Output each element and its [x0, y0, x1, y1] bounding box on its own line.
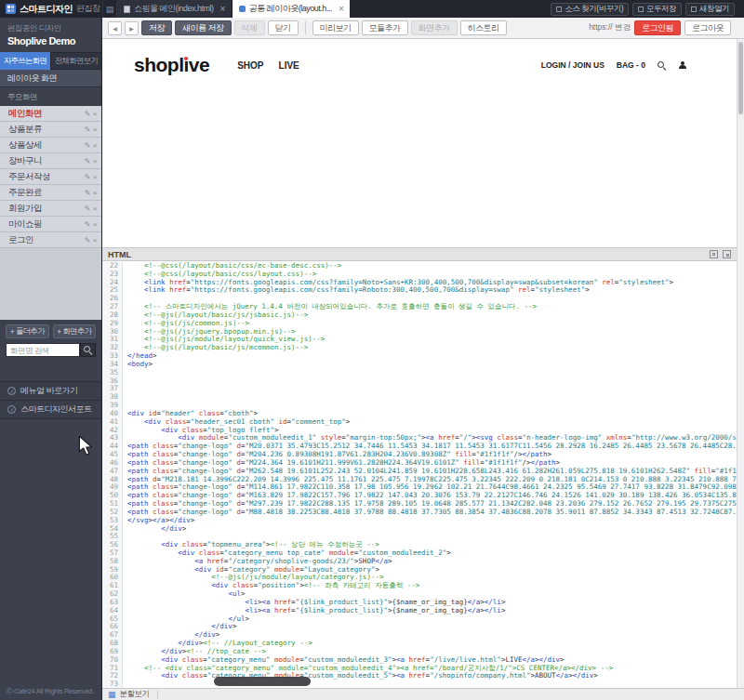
code-line-text[interactable]: <path class="change-logo" d="M262.548 19…	[123, 468, 737, 476]
code-line-text[interactable]: <!--@js(/js/jquery.bpopup.min.js)-->	[123, 328, 737, 337]
edit-pencil-icon[interactable]: ✎	[85, 189, 90, 197]
search-button[interactable]	[80, 343, 96, 357]
code-line-text[interactable]: <li><a href="{$link_product_list}">{$nam…	[123, 607, 737, 615]
code-line-text[interactable]: <div class="header_sec01 cboth" id="comm…	[123, 418, 737, 427]
search-icon[interactable]	[658, 61, 666, 70]
tab-list-icon[interactable]: ▤	[102, 0, 117, 18]
code-line[interactable]: 43 <div module="custom_moduleedit_1" sty…	[102, 434, 737, 442]
login-status-button[interactable]: 로그인됨	[634, 20, 681, 35]
code-line-text[interactable]: <!--@js(/js/module/layout/category.js)--…	[123, 574, 737, 582]
screen-list-item[interactable]: 주문완료 ✎ ×	[0, 185, 101, 201]
code-line[interactable]: 49<path class="change-logo" d="M114.861 …	[102, 483, 737, 492]
code-line-text[interactable]: </svg></a></div>	[123, 517, 737, 525]
remove-icon[interactable]: ×	[93, 205, 97, 213]
code-line[interactable]: 68 </div><!-- //Layout_category -->	[102, 640, 737, 648]
screen-list-item[interactable]: 회원가입 ✎ ×	[0, 201, 101, 217]
preview-button[interactable]: 미리보기	[312, 20, 359, 35]
edit-pencil-icon[interactable]: ✎	[85, 236, 90, 244]
split-icon[interactable]	[723, 250, 731, 258]
screen-list-item[interactable]: 메인화면 ✎ ×	[0, 106, 101, 122]
code-line-text[interactable]: <li><a href="{$link_product_list}">{$nam…	[123, 599, 737, 607]
support-link[interactable]: i 스마트디자인서포트	[0, 401, 101, 419]
vertical-scrollbar[interactable]	[737, 39, 744, 688]
save-all-button[interactable]: 모두저장	[632, 3, 682, 16]
code-line[interactable]: 33</head>	[102, 352, 737, 361]
code-line-text[interactable]: </div><!-- //top_cate -->	[123, 648, 737, 656]
code-line-text[interactable]: <div class="top_logo fleft">	[123, 427, 737, 435]
code-line[interactable]: 53</svg></a></div>	[102, 517, 737, 525]
vertical-scrollbar-thumb[interactable]	[738, 42, 743, 114]
code-line-text[interactable]: <div class="position"><!-- 좌측 카테고리 자동출력 …	[123, 582, 737, 590]
code-line[interactable]: 30 <!--@js(/js/jquery.bpopup.min.js)-->	[102, 328, 737, 337]
code-line-text[interactable]: <div class="category_menu" module="custo…	[123, 656, 737, 665]
code-line[interactable]: 67 </div>	[102, 631, 737, 640]
code-line-text[interactable]: </div><!-- //Layout_category -->	[123, 640, 737, 648]
https-change-link[interactable]: https:// 변경	[589, 22, 631, 33]
code-line[interactable]: 59 <div id="category" module="Layout_cat…	[102, 566, 737, 575]
code-line-text[interactable]: <path d="M218.181 14.3996C222.209 14.399…	[123, 476, 737, 484]
code-line-text[interactable]	[123, 295, 737, 303]
code-line-text[interactable]: <path class="change-logo" d="M20.0371 35…	[123, 442, 737, 451]
code-line-text[interactable]: <path class="change-logo" d="M163.829 17…	[123, 492, 737, 500]
code-line-text[interactable]: <!--@js(/layout/basic/js/jsbasic.js)-->	[123, 311, 737, 320]
code-line[interactable]: 51<path class="change-logo" d="M297.239 …	[102, 500, 737, 508]
screen-search-input[interactable]	[6, 343, 80, 357]
menu-item-shop[interactable]: SHOP	[237, 60, 263, 71]
edit-pencil-icon[interactable]: ✎	[85, 205, 90, 213]
code-line-text[interactable]	[123, 402, 737, 410]
code-line[interactable]: 37	[102, 385, 737, 393]
code-line[interactable]: 47<path class="change-logo" d="M262.548 …	[102, 468, 737, 476]
code-line-text[interactable]: <path class="change-logo" d="M114.861 17…	[123, 483, 737, 492]
add-screen-sidebar-button[interactable]: + 화면추가	[53, 324, 97, 338]
code-line-text[interactable]: <!--@js(/js/module/layout/quick_view.js)…	[123, 336, 737, 344]
code-line[interactable]: 55	[102, 533, 737, 541]
code-line[interactable]: 70 <div class="category_menu" module="cu…	[102, 656, 737, 665]
code-line-text[interactable]: </ul>	[123, 615, 737, 624]
code-line[interactable]: 44<path class="change-logo" d="M20.0371 …	[102, 442, 737, 451]
find-replace-button[interactable]: 소스 찾기(바꾸기)	[551, 3, 629, 16]
edit-pencil-icon[interactable]: ✎	[85, 157, 90, 165]
code-line[interactable]: 23 <!--@css(/layout/basic/css/layout.css…	[102, 271, 737, 279]
horizontal-scrollbar-thumb[interactable]	[214, 677, 311, 686]
code-line-text[interactable]: </div>	[123, 623, 737, 631]
code-line[interactable]: 54 </div>	[102, 525, 737, 534]
code-line-text[interactable]	[123, 533, 737, 541]
remove-icon[interactable]: ×	[93, 173, 97, 181]
code-line-text[interactable]: <path class="change-logo" d="M297.239 17…	[123, 500, 737, 508]
code-line[interactable]: 38	[102, 393, 737, 402]
code-line-text[interactable]: <!--@css(/layout/basic/css/ec-base-desc.…	[123, 262, 737, 271]
code-line-text[interactable]: </head>	[123, 352, 737, 361]
split-view-label[interactable]: 분할보기	[120, 689, 150, 700]
code-line[interactable]: 50<path class="change-logo" d="M163.829 …	[102, 492, 737, 500]
back-arrow-icon[interactable]: ◀	[108, 21, 122, 35]
code-line[interactable]: 45<path class="change-logo" d="M204.236 …	[102, 451, 737, 459]
screen-list-item[interactable]: 상품분류 ✎ ×	[0, 122, 101, 138]
code-line[interactable]: 27 <!-- 스마트디자인에서는 jQuery 1.4.4 버전이 내장되어있…	[102, 303, 737, 311]
code-line[interactable]: 41 <div class="header_sec01 cboth" id="c…	[102, 418, 737, 427]
code-line[interactable]: 34<body>	[102, 361, 737, 369]
remove-icon[interactable]: ×	[93, 110, 97, 118]
code-line-text[interactable]: <div class="topmenu_area"><!-- 상단 메뉴 수정하…	[123, 541, 737, 549]
code-line-text[interactable]: <link href="https://fonts.googleapis.com…	[123, 279, 737, 287]
code-line[interactable]: 56 <div class="topmenu_area"><!-- 상단 메뉴 …	[102, 541, 737, 549]
code-line-text[interactable]	[123, 393, 737, 402]
code-line[interactable]: 66 </div>	[102, 623, 737, 631]
code-line[interactable]: 24 <link href="https://fonts.googleapis.…	[102, 279, 737, 287]
screen-list-item[interactable]: 주문서작성 ✎ ×	[0, 169, 101, 185]
code-line[interactable]: 63 <li><a href="{$link_product_list}">{$…	[102, 599, 737, 607]
code-line[interactable]: 71 <!-- <div class="category_menu" modul…	[102, 665, 737, 673]
code-line[interactable]: 36	[102, 377, 737, 386]
add-module-button[interactable]: 모듈추가	[362, 20, 408, 35]
code-line[interactable]: 25 <link href="https://fonts.googleapis.…	[102, 286, 737, 295]
code-line-text[interactable]: <div module="custom_moduleedit_1" style=…	[123, 434, 737, 442]
shop-logo[interactable]: shoplive	[134, 54, 213, 76]
remove-icon[interactable]: ×	[93, 220, 97, 229]
code-line[interactable]: 61 <div class="position"><!-- 좌측 카테고리 자동…	[102, 582, 737, 590]
code-line[interactable]: 22 <!--@css(/layout/basic/css/ec-base-de…	[102, 262, 737, 271]
login-join-link[interactable]: LOGIN / JOIN US	[541, 60, 604, 70]
menu-item-live[interactable]: LIVE	[279, 60, 299, 71]
account-icon[interactable]	[678, 61, 686, 70]
screen-list-item[interactable]: 장바구니 ✎ ×	[0, 153, 101, 169]
code-line-text[interactable]	[123, 385, 737, 393]
code-line-text[interactable]: <!--@css(/layout/basic/css/layout.css)--…	[123, 271, 737, 279]
